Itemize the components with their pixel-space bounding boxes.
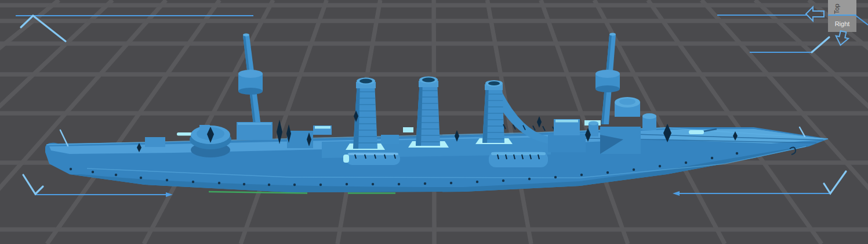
porthole <box>70 168 72 170</box>
porthole <box>293 184 296 186</box>
pilothouse <box>615 97 640 117</box>
porthole <box>92 171 94 173</box>
cube-label-right: Right <box>835 20 850 27</box>
mast-collar <box>595 70 620 92</box>
porthole <box>372 183 374 185</box>
porthole <box>450 182 452 184</box>
porthole <box>218 182 220 184</box>
porthole <box>711 157 713 159</box>
porthole <box>268 184 270 186</box>
porthole <box>192 181 194 183</box>
forward-vent <box>642 113 656 130</box>
porthole <box>166 179 168 181</box>
porthole <box>346 183 348 185</box>
casing-skylight <box>315 126 331 129</box>
porthole <box>319 184 322 186</box>
porthole <box>528 178 531 180</box>
stern-deckhouse <box>145 137 165 147</box>
porthole <box>685 162 687 164</box>
porthole <box>398 183 400 185</box>
porthole <box>115 174 117 176</box>
casing-skylight <box>403 127 413 132</box>
porthole <box>606 171 609 174</box>
deckhouse-top <box>238 123 271 125</box>
ship-boat-2 <box>489 152 548 167</box>
porthole <box>243 183 245 185</box>
casing-block <box>381 135 399 144</box>
ship-boat-1 <box>343 152 400 165</box>
porthole <box>502 180 504 182</box>
aft-gun-barbette <box>190 125 231 157</box>
porthole <box>424 182 426 185</box>
porthole <box>736 152 738 155</box>
porthole <box>554 176 557 178</box>
porthole <box>633 168 635 171</box>
viewport-3d[interactable]: Right Top <box>0 0 868 244</box>
porthole <box>140 177 142 179</box>
mast-collar <box>238 70 263 95</box>
cube-label-top: Top <box>833 3 840 14</box>
porthole <box>659 165 661 167</box>
cube-face-top[interactable] <box>828 0 856 15</box>
porthole <box>580 174 583 176</box>
porthole <box>476 181 478 183</box>
